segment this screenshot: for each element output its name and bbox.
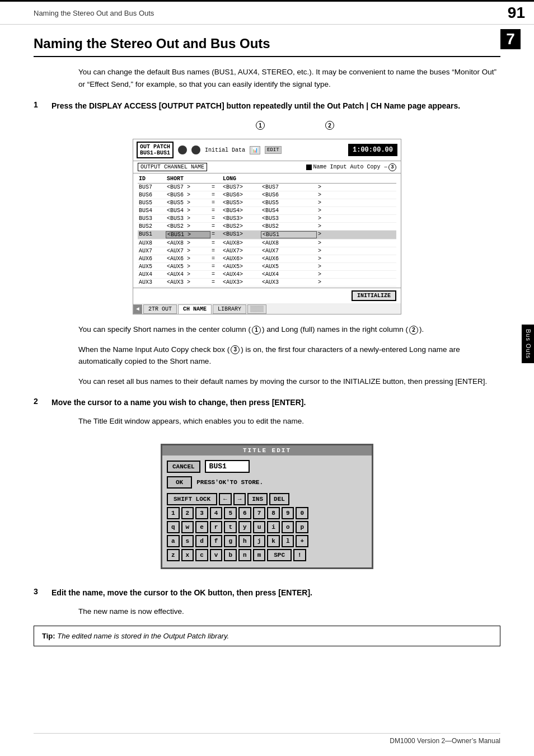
table-row[interactable]: AUX6<AUX6 >=<AUX6><AUX6> (138, 255, 396, 263)
key-3[interactable]: 3 (195, 507, 208, 519)
key-plus[interactable]: + (296, 535, 308, 547)
tab-ch-name[interactable]: CH NAME (178, 304, 212, 314)
op-tab-bar: ◄ 2TR OUT CH NAME LIBRARY ░░░░ (133, 304, 401, 314)
key-5[interactable]: 5 (224, 507, 237, 519)
key-r[interactable]: r (210, 521, 223, 533)
key-p[interactable]: p (296, 521, 308, 533)
key-y[interactable]: y (238, 521, 251, 533)
key-8[interactable]: 8 (267, 507, 280, 519)
step-2-subtext: The Title Edit window appears, which ena… (78, 415, 500, 428)
te-input-field[interactable]: BUS1 (205, 460, 250, 473)
annotation-2: 2 (325, 121, 334, 130)
key-h[interactable]: h (238, 535, 251, 547)
step-1-heading: 1 Press the DISPLAY ACCESS [OUTPUT PATCH… (34, 100, 500, 112)
key-v[interactable]: v (210, 549, 223, 561)
page-header: Naming the Stereo Out and Bus Outs 91 (0, 0, 534, 25)
step-2-number: 2 (34, 397, 45, 406)
key-shift-lock[interactable]: SHIFT LOCK (167, 493, 217, 505)
key-e[interactable]: e (195, 521, 208, 533)
paragraph-2: You can specify Short names in the cente… (78, 323, 500, 336)
op-data-indicator: 📊 (250, 146, 260, 154)
key-7[interactable]: 7 (253, 507, 266, 519)
key-m[interactable]: m (253, 549, 266, 561)
circle-3: 3 (231, 345, 240, 354)
key-6[interactable]: 6 (238, 507, 251, 519)
key-1[interactable]: 1 (167, 507, 180, 519)
te-keyboard-row-5: z x c v b n m SPC ! (167, 549, 367, 561)
table-row[interactable]: AUX4<AUX4 >=<AUX4><AUX4> (138, 271, 396, 279)
te-keyboard-row-2: 1 2 3 4 5 6 7 8 9 0 (167, 507, 367, 519)
key-exclaim[interactable]: ! (293, 549, 306, 561)
key-ins[interactable]: INS (247, 493, 268, 505)
key-u[interactable]: u (253, 521, 266, 533)
table-row-highlighted[interactable]: BUS1<BUS1 >=<BUS1><BUS1> (138, 231, 396, 240)
key-d[interactable]: d (195, 535, 208, 547)
table-row[interactable]: BUS5<BUS5 >=<BUS5><BUS5> (138, 199, 396, 207)
op-header-row: OUT PATCHBUS1-BUS1 Initial Data 📊 EDIT 1… (133, 139, 401, 161)
op-initial-data: Initial Data (205, 147, 245, 153)
screenshot-1: 1 2 OUT PATCHBUS1-BUS1 Initial Data 📊 ED… (133, 121, 401, 314)
op-edit-btn[interactable]: EDIT (265, 146, 282, 154)
footer-text: DM1000 Version 2—Owner’s Manual (390, 737, 500, 745)
col-arrow-h (317, 176, 328, 182)
op-channel-table: ID SHORT LONG BUS7<BUS7 >=<BUS7><BUS7> B… (133, 173, 401, 288)
op-channel-name-label: OUTPUT CHANNEL NAME (138, 163, 207, 171)
table-row[interactable]: BUS4<BUS4 >=<BUS4><BUS4> (138, 207, 396, 215)
key-q[interactable]: q (167, 521, 180, 533)
title-edit-dialog: TITLE EDIT CANCEL BUS1 OK PRESS'OK'TO ST… (161, 444, 373, 569)
tip-text: The edited name is stored in the Output … (57, 632, 229, 640)
key-f[interactable]: f (210, 535, 223, 547)
te-keyboard-row-4: a s d f g h j k l + (167, 535, 367, 547)
key-w[interactable]: w (181, 521, 194, 533)
table-row[interactable]: AUX3<AUX3 >=<AUX3><AUX3> (138, 279, 396, 287)
op-name-input-label: Name Input Auto Copy (313, 164, 381, 170)
key-j[interactable]: j (253, 535, 266, 547)
te-cancel-button[interactable]: CANCEL (167, 461, 200, 473)
te-header: TITLE EDIT (162, 445, 372, 456)
tab-scroll-right[interactable]: ░░░░ (247, 304, 266, 314)
op-name-input-auto-copy: Name Input Auto Copy —3 (306, 163, 396, 171)
key-z[interactable]: z (167, 549, 180, 561)
table-row[interactable]: BUS7<BUS7 >=<BUS7><BUS7> (138, 184, 396, 191)
key-s[interactable]: s (181, 535, 194, 547)
key-k[interactable]: k (267, 535, 280, 547)
table-row[interactable]: AUX8<AUX8 >=<AUX8><AUX8> (138, 240, 396, 247)
key-2[interactable]: 2 (181, 507, 194, 519)
key-4[interactable]: 4 (210, 507, 223, 519)
table-row[interactable]: AUX5<AUX5 >=<AUX5><AUX5> (138, 263, 396, 271)
key-t[interactable]: t (224, 521, 237, 533)
annotation-row-top: 1 2 (133, 121, 401, 130)
op-channel-name-bar: OUTPUT CHANNEL NAME Name Input Auto Copy… (133, 161, 401, 173)
tab-library[interactable]: LIBRARY (213, 304, 246, 314)
key-o[interactable]: o (282, 521, 294, 533)
key-n[interactable]: n (238, 549, 251, 561)
tab-2tr-out[interactable]: 2TR OUT (143, 304, 177, 314)
key-9[interactable]: 9 (282, 507, 294, 519)
key-spc[interactable]: SPC (267, 549, 292, 561)
te-ok-button[interactable]: OK (167, 476, 192, 489)
key-g[interactable]: g (224, 535, 237, 547)
key-left-arrow[interactable]: ← (219, 493, 232, 505)
key-i[interactable]: i (267, 521, 280, 533)
table-row[interactable]: BUS2<BUS2 >=<BUS2><BUS2> (138, 223, 396, 231)
key-c[interactable]: c (195, 549, 208, 561)
step-3-number: 3 (34, 587, 45, 596)
page-footer: DM1000 Version 2—Owner’s Manual (34, 733, 500, 745)
key-b[interactable]: b (224, 549, 237, 561)
tab-scroll-left[interactable]: ◄ (133, 304, 142, 314)
key-l[interactable]: l (282, 535, 294, 547)
key-a[interactable]: a (167, 535, 180, 547)
circle-1: 1 (252, 326, 261, 335)
key-right-arrow[interactable]: → (233, 493, 246, 505)
key-0[interactable]: 0 (296, 507, 308, 519)
col-long-label: LONG (222, 176, 261, 182)
table-row[interactable]: AUX7<AUX7 >=<AUX7><AUX7> (138, 247, 396, 255)
table-row[interactable]: BUS3<BUS3 >=<BUS3><BUS3> (138, 215, 396, 223)
key-x[interactable]: x (181, 549, 194, 561)
key-del[interactable]: DEL (269, 493, 289, 505)
op-checkbox[interactable] (306, 165, 312, 170)
step-3-subtext: The new name is now effective. (78, 605, 500, 618)
initialize-button[interactable]: INITIALIZE (352, 290, 396, 301)
table-row[interactable]: BUS6<BUS6 >=<BUS6><BUS6> (138, 191, 396, 199)
op-circle-2 (191, 145, 200, 154)
